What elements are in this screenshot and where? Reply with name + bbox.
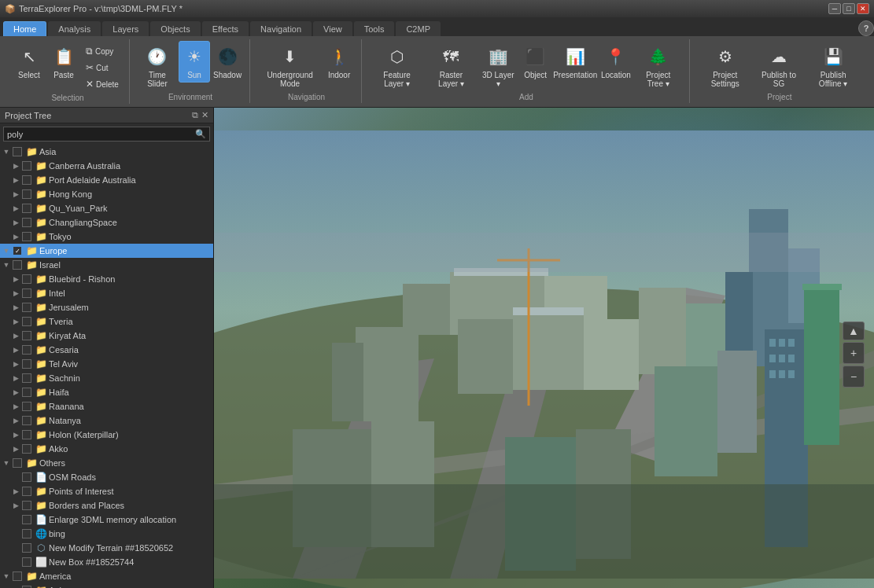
- tree-item-changliang[interactable]: ▶ 📁 ChangliangSpace: [0, 215, 213, 230]
- tree-item-america[interactable]: ▼ 📁 America: [0, 569, 213, 583]
- help-button[interactable]: ?: [858, 20, 874, 36]
- tree-item-tveria[interactable]: ▶ 📁 Tveria: [0, 314, 213, 329]
- location-button[interactable]: 📍 Location: [599, 41, 632, 83]
- cb[interactable]: [22, 317, 31, 326]
- tree-item-raanana[interactable]: ▶ 📁 Raanana: [0, 399, 213, 413]
- checkbox-qy[interactable]: [22, 204, 31, 213]
- titlebar-controls[interactable]: ─ □ ✕: [828, 3, 869, 14]
- cb[interactable]: [22, 444, 31, 454]
- tree-item-enlarge[interactable]: 📄 Enlarge 3DML memory allocation: [0, 513, 213, 527]
- tree-item-kiryat[interactable]: ▶ 📁 Kiryat Ata: [0, 329, 213, 343]
- tree-close-icon[interactable]: ✕: [201, 110, 208, 120]
- tree-content[interactable]: ▼ 📁 Asia ▶ 📁 Canberra Australia ▶ 📁 Port…: [0, 145, 213, 588]
- tree-item-port[interactable]: ▶ 📁 Port Adelaide Australia: [0, 173, 213, 187]
- cb[interactable]: [22, 557, 31, 567]
- tab-analysis[interactable]: Analysis: [48, 21, 101, 36]
- tree-item-israel[interactable]: ▼ 📁 Israel: [0, 258, 213, 272]
- checkbox-tokyo[interactable]: [22, 232, 31, 241]
- tree-item-natanya[interactable]: ▶ 📁 Natanya: [0, 413, 213, 428]
- tree-item-sachnin[interactable]: ▶ 📁 Sachnin: [0, 371, 213, 385]
- cb[interactable]: [22, 331, 31, 340]
- cb[interactable]: [22, 430, 31, 439]
- tab-home[interactable]: Home: [3, 21, 46, 36]
- checkbox-canberra[interactable]: [22, 161, 31, 171]
- delete-button[interactable]: ✕ Delete: [82, 76, 123, 92]
- cb[interactable]: [22, 274, 31, 284]
- tree-item-canberra[interactable]: ▶ 📁 Canberra Australia: [0, 159, 213, 173]
- checkbox-europe[interactable]: ✓: [13, 246, 22, 255]
- tree-item-cesaria[interactable]: ▶ 📁 Cesaria: [0, 343, 213, 357]
- indoor-button[interactable]: 🚶 Indoor: [323, 41, 355, 83]
- tree-item-hongkong[interactable]: ▶ 📁 Hong Kong: [0, 187, 213, 201]
- cb[interactable]: [13, 458, 22, 468]
- cb[interactable]: [22, 359, 31, 369]
- cb[interactable]: [22, 515, 31, 524]
- tree-search-box[interactable]: 🔍: [3, 127, 210, 141]
- paste-button[interactable]: 📋 Paste: [47, 41, 80, 83]
- cb[interactable]: [22, 288, 31, 298]
- tree-item-bing[interactable]: 🌐 bing: [0, 527, 213, 541]
- tree-item-jerusalem[interactable]: ▶ 📁 Jerusalem: [0, 300, 213, 314]
- publish-offline-button[interactable]: 💾 Publish Offline ▾: [805, 41, 861, 91]
- tab-effects[interactable]: Effects: [202, 21, 249, 36]
- tree-item-quyuan[interactable]: ▶ 📁 Qu_Yuan_Park: [0, 201, 213, 215]
- raster-layer-button[interactable]: 🗺 Raster Layer ▾: [426, 41, 477, 91]
- checkbox-hk[interactable]: [22, 189, 31, 199]
- checkbox-israel[interactable]: [13, 260, 22, 270]
- cut-button[interactable]: ✂ Cut: [82, 60, 123, 75]
- tab-tools[interactable]: Tools: [354, 21, 395, 36]
- nav-zoom-in-button[interactable]: +: [843, 342, 865, 364]
- tree-item-asia[interactable]: ▼ 📁 Asia: [0, 145, 213, 159]
- tree-item-others[interactable]: ▼ 📁 Others: [0, 456, 213, 470]
- tree-search-input[interactable]: [7, 130, 192, 139]
- nav-zoom-out-button[interactable]: −: [843, 366, 865, 388]
- tab-layers[interactable]: Layers: [102, 21, 149, 36]
- cb[interactable]: [22, 529, 31, 538]
- cb[interactable]: [22, 501, 31, 510]
- maximize-button[interactable]: □: [843, 3, 855, 14]
- checkbox-asia[interactable]: [13, 147, 22, 156]
- cb[interactable]: [22, 388, 31, 397]
- tree-item-intel[interactable]: ▶ 📁 Intel: [0, 286, 213, 300]
- checkbox-port[interactable]: [22, 175, 31, 185]
- tree-float-icon[interactable]: ⧉: [192, 110, 198, 120]
- cb[interactable]: [13, 571, 22, 581]
- tree-item-auburn[interactable]: ▶ 📁 Auburn: [0, 583, 213, 588]
- tree-item-europe[interactable]: ▼ ✓ 📁 Europe: [0, 244, 213, 258]
- minimize-button[interactable]: ─: [828, 3, 841, 14]
- checkbox-cl[interactable]: [22, 218, 31, 227]
- publish-sg-button[interactable]: ☁ Publish to SG: [754, 41, 803, 91]
- cb[interactable]: [22, 472, 31, 482]
- 3d-layer-button[interactable]: 🏢 3D Layer ▾: [478, 41, 518, 91]
- copy-button[interactable]: ⧉ Copy: [82, 43, 123, 59]
- viewport[interactable]: ▲ + −: [214, 108, 874, 588]
- cb[interactable]: [22, 345, 31, 355]
- project-settings-button[interactable]: ⚙ Project Settings: [698, 41, 753, 91]
- tab-objects[interactable]: Objects: [150, 21, 200, 36]
- shadow-button[interactable]: 🌑 Shadow: [212, 41, 243, 83]
- cb[interactable]: [22, 402, 31, 411]
- tree-item-haifa[interactable]: ▶ 📁 Haifa: [0, 385, 213, 399]
- tree-item-telaviv[interactable]: ▶ 📁 Tel Aviv: [0, 357, 213, 371]
- select-button[interactable]: ↖ Select: [13, 41, 46, 83]
- cb[interactable]: [22, 303, 31, 312]
- presentation-button[interactable]: 📊 Presentation: [553, 41, 598, 83]
- tree-item-akko[interactable]: ▶ 📁 Akko: [0, 442, 213, 456]
- tree-item-tokyo[interactable]: ▶ 📁 Tokyo: [0, 230, 213, 244]
- tree-item-bluebird[interactable]: ▶ 📁 Bluebird - Rishon: [0, 272, 213, 286]
- feature-layer-button[interactable]: ⬡ Feature Layer ▾: [370, 41, 424, 91]
- tab-c2mp[interactable]: C2MP: [396, 21, 441, 36]
- tree-item-poi[interactable]: ▶ 📁 Points of Interest: [0, 484, 213, 498]
- cb[interactable]: [22, 487, 31, 496]
- timeslider-button[interactable]: 🕐 Time Slider: [138, 41, 177, 91]
- close-button[interactable]: ✕: [857, 3, 869, 14]
- tree-item-borders[interactable]: ▶ 📁 Borders and Places: [0, 498, 213, 513]
- object-button[interactable]: ⬛ Object: [520, 41, 551, 83]
- tree-item-modify-terrain[interactable]: ⬡ New Modify Terrain ##18520652: [0, 541, 213, 555]
- sun-button[interactable]: ☀ Sun: [179, 41, 210, 83]
- tree-item-holon[interactable]: ▶ 📁 Holon (Katerpillar): [0, 428, 213, 442]
- tree-item-new-box[interactable]: ⬜ New Box ##18525744: [0, 555, 213, 569]
- cb[interactable]: [22, 543, 31, 553]
- project-tree-button[interactable]: 🌲 Project Tree ▾: [634, 41, 683, 91]
- tab-navigation[interactable]: Navigation: [250, 21, 312, 36]
